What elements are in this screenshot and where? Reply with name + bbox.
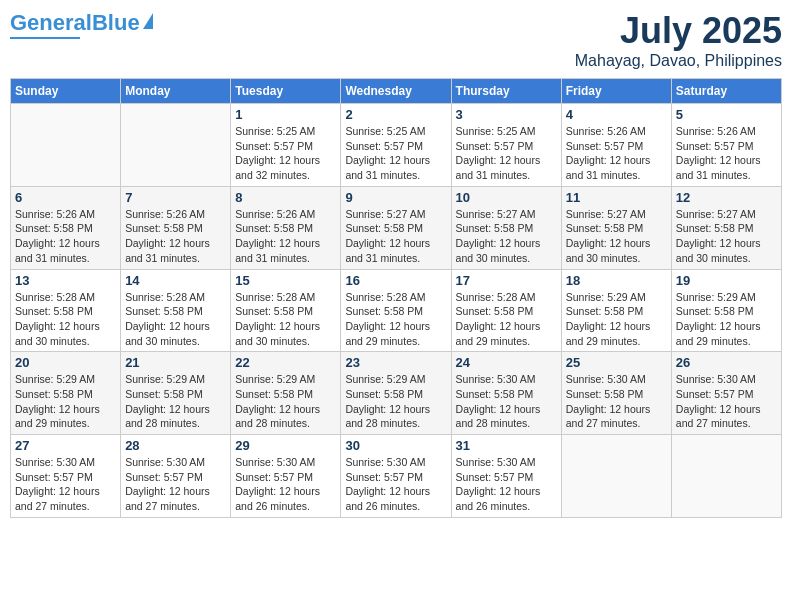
day-detail: Sunrise: 5:28 AM Sunset: 5:58 PM Dayligh… bbox=[456, 290, 557, 349]
header-wednesday: Wednesday bbox=[341, 79, 451, 104]
day-number: 17 bbox=[456, 273, 557, 288]
day-detail: Sunrise: 5:30 AM Sunset: 5:58 PM Dayligh… bbox=[566, 372, 667, 431]
day-number: 15 bbox=[235, 273, 336, 288]
header-sunday: Sunday bbox=[11, 79, 121, 104]
calendar-cell: 9Sunrise: 5:27 AM Sunset: 5:58 PM Daylig… bbox=[341, 186, 451, 269]
month-year-title: July 2025 bbox=[575, 10, 782, 52]
day-number: 22 bbox=[235, 355, 336, 370]
day-detail: Sunrise: 5:28 AM Sunset: 5:58 PM Dayligh… bbox=[235, 290, 336, 349]
day-number: 30 bbox=[345, 438, 446, 453]
day-detail: Sunrise: 5:30 AM Sunset: 5:58 PM Dayligh… bbox=[456, 372, 557, 431]
day-number: 20 bbox=[15, 355, 116, 370]
calendar-cell: 22Sunrise: 5:29 AM Sunset: 5:58 PM Dayli… bbox=[231, 352, 341, 435]
calendar-week-row-4: 20Sunrise: 5:29 AM Sunset: 5:58 PM Dayli… bbox=[11, 352, 782, 435]
day-detail: Sunrise: 5:25 AM Sunset: 5:57 PM Dayligh… bbox=[345, 124, 446, 183]
calendar-cell: 12Sunrise: 5:27 AM Sunset: 5:58 PM Dayli… bbox=[671, 186, 781, 269]
calendar-cell: 7Sunrise: 5:26 AM Sunset: 5:58 PM Daylig… bbox=[121, 186, 231, 269]
day-number: 4 bbox=[566, 107, 667, 122]
day-detail: Sunrise: 5:27 AM Sunset: 5:58 PM Dayligh… bbox=[345, 207, 446, 266]
calendar-cell: 18Sunrise: 5:29 AM Sunset: 5:58 PM Dayli… bbox=[561, 269, 671, 352]
logo-text1: General bbox=[10, 10, 92, 35]
calendar-table: Sunday Monday Tuesday Wednesday Thursday… bbox=[10, 78, 782, 518]
day-number: 2 bbox=[345, 107, 446, 122]
calendar-cell: 27Sunrise: 5:30 AM Sunset: 5:57 PM Dayli… bbox=[11, 435, 121, 518]
calendar-header-row: Sunday Monday Tuesday Wednesday Thursday… bbox=[11, 79, 782, 104]
logo: GeneralBlue bbox=[10, 10, 153, 39]
header-saturday: Saturday bbox=[671, 79, 781, 104]
day-number: 31 bbox=[456, 438, 557, 453]
day-number: 26 bbox=[676, 355, 777, 370]
header-thursday: Thursday bbox=[451, 79, 561, 104]
day-number: 1 bbox=[235, 107, 336, 122]
calendar-cell bbox=[561, 435, 671, 518]
day-number: 18 bbox=[566, 273, 667, 288]
day-detail: Sunrise: 5:30 AM Sunset: 5:57 PM Dayligh… bbox=[125, 455, 226, 514]
header: GeneralBlue July 2025 Mahayag, Davao, Ph… bbox=[10, 10, 782, 70]
calendar-cell: 13Sunrise: 5:28 AM Sunset: 5:58 PM Dayli… bbox=[11, 269, 121, 352]
day-detail: Sunrise: 5:29 AM Sunset: 5:58 PM Dayligh… bbox=[125, 372, 226, 431]
calendar-cell: 3Sunrise: 5:25 AM Sunset: 5:57 PM Daylig… bbox=[451, 104, 561, 187]
calendar-cell bbox=[671, 435, 781, 518]
calendar-cell: 14Sunrise: 5:28 AM Sunset: 5:58 PM Dayli… bbox=[121, 269, 231, 352]
calendar-cell: 21Sunrise: 5:29 AM Sunset: 5:58 PM Dayli… bbox=[121, 352, 231, 435]
day-number: 11 bbox=[566, 190, 667, 205]
day-detail: Sunrise: 5:28 AM Sunset: 5:58 PM Dayligh… bbox=[15, 290, 116, 349]
day-number: 23 bbox=[345, 355, 446, 370]
day-number: 28 bbox=[125, 438, 226, 453]
day-detail: Sunrise: 5:29 AM Sunset: 5:58 PM Dayligh… bbox=[235, 372, 336, 431]
day-detail: Sunrise: 5:29 AM Sunset: 5:58 PM Dayligh… bbox=[345, 372, 446, 431]
day-detail: Sunrise: 5:25 AM Sunset: 5:57 PM Dayligh… bbox=[235, 124, 336, 183]
day-detail: Sunrise: 5:30 AM Sunset: 5:57 PM Dayligh… bbox=[235, 455, 336, 514]
calendar-cell: 31Sunrise: 5:30 AM Sunset: 5:57 PM Dayli… bbox=[451, 435, 561, 518]
day-detail: Sunrise: 5:30 AM Sunset: 5:57 PM Dayligh… bbox=[345, 455, 446, 514]
day-detail: Sunrise: 5:26 AM Sunset: 5:57 PM Dayligh… bbox=[676, 124, 777, 183]
day-number: 25 bbox=[566, 355, 667, 370]
logo-underline bbox=[10, 37, 80, 39]
calendar-cell bbox=[121, 104, 231, 187]
calendar-week-row-2: 6Sunrise: 5:26 AM Sunset: 5:58 PM Daylig… bbox=[11, 186, 782, 269]
day-detail: Sunrise: 5:26 AM Sunset: 5:57 PM Dayligh… bbox=[566, 124, 667, 183]
day-number: 6 bbox=[15, 190, 116, 205]
calendar-cell: 1Sunrise: 5:25 AM Sunset: 5:57 PM Daylig… bbox=[231, 104, 341, 187]
calendar-cell: 20Sunrise: 5:29 AM Sunset: 5:58 PM Dayli… bbox=[11, 352, 121, 435]
day-number: 8 bbox=[235, 190, 336, 205]
day-number: 13 bbox=[15, 273, 116, 288]
calendar-cell: 26Sunrise: 5:30 AM Sunset: 5:57 PM Dayli… bbox=[671, 352, 781, 435]
calendar-cell: 8Sunrise: 5:26 AM Sunset: 5:58 PM Daylig… bbox=[231, 186, 341, 269]
day-number: 3 bbox=[456, 107, 557, 122]
calendar-cell: 15Sunrise: 5:28 AM Sunset: 5:58 PM Dayli… bbox=[231, 269, 341, 352]
day-detail: Sunrise: 5:28 AM Sunset: 5:58 PM Dayligh… bbox=[345, 290, 446, 349]
day-detail: Sunrise: 5:29 AM Sunset: 5:58 PM Dayligh… bbox=[676, 290, 777, 349]
day-detail: Sunrise: 5:30 AM Sunset: 5:57 PM Dayligh… bbox=[456, 455, 557, 514]
page: GeneralBlue July 2025 Mahayag, Davao, Ph… bbox=[0, 0, 792, 612]
day-detail: Sunrise: 5:27 AM Sunset: 5:58 PM Dayligh… bbox=[456, 207, 557, 266]
day-number: 5 bbox=[676, 107, 777, 122]
day-detail: Sunrise: 5:30 AM Sunset: 5:57 PM Dayligh… bbox=[676, 372, 777, 431]
calendar-cell: 25Sunrise: 5:30 AM Sunset: 5:58 PM Dayli… bbox=[561, 352, 671, 435]
day-number: 7 bbox=[125, 190, 226, 205]
header-monday: Monday bbox=[121, 79, 231, 104]
calendar-cell: 11Sunrise: 5:27 AM Sunset: 5:58 PM Dayli… bbox=[561, 186, 671, 269]
day-number: 21 bbox=[125, 355, 226, 370]
calendar-cell: 28Sunrise: 5:30 AM Sunset: 5:57 PM Dayli… bbox=[121, 435, 231, 518]
logo-triangle-icon bbox=[143, 13, 153, 29]
day-number: 12 bbox=[676, 190, 777, 205]
day-detail: Sunrise: 5:26 AM Sunset: 5:58 PM Dayligh… bbox=[125, 207, 226, 266]
calendar-cell: 30Sunrise: 5:30 AM Sunset: 5:57 PM Dayli… bbox=[341, 435, 451, 518]
day-number: 27 bbox=[15, 438, 116, 453]
day-number: 29 bbox=[235, 438, 336, 453]
calendar-cell: 5Sunrise: 5:26 AM Sunset: 5:57 PM Daylig… bbox=[671, 104, 781, 187]
calendar-cell: 17Sunrise: 5:28 AM Sunset: 5:58 PM Dayli… bbox=[451, 269, 561, 352]
calendar-cell: 23Sunrise: 5:29 AM Sunset: 5:58 PM Dayli… bbox=[341, 352, 451, 435]
day-detail: Sunrise: 5:30 AM Sunset: 5:57 PM Dayligh… bbox=[15, 455, 116, 514]
calendar-week-row-5: 27Sunrise: 5:30 AM Sunset: 5:57 PM Dayli… bbox=[11, 435, 782, 518]
calendar-cell bbox=[11, 104, 121, 187]
day-detail: Sunrise: 5:29 AM Sunset: 5:58 PM Dayligh… bbox=[566, 290, 667, 349]
day-detail: Sunrise: 5:26 AM Sunset: 5:58 PM Dayligh… bbox=[235, 207, 336, 266]
logo-text: GeneralBlue bbox=[10, 10, 140, 36]
calendar-cell: 29Sunrise: 5:30 AM Sunset: 5:57 PM Dayli… bbox=[231, 435, 341, 518]
header-tuesday: Tuesday bbox=[231, 79, 341, 104]
calendar-cell: 6Sunrise: 5:26 AM Sunset: 5:58 PM Daylig… bbox=[11, 186, 121, 269]
day-number: 14 bbox=[125, 273, 226, 288]
day-number: 16 bbox=[345, 273, 446, 288]
